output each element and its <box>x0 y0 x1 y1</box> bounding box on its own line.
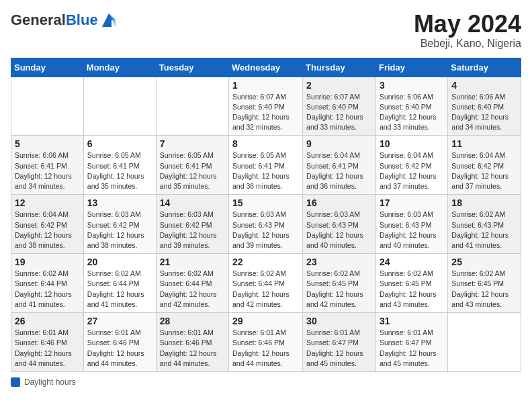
day-number: 7 <box>160 138 225 149</box>
day-info: Sunrise: 6:03 AM Sunset: 6:42 PM Dayligh… <box>87 210 152 250</box>
calendar-cell: 3Sunrise: 6:06 AM Sunset: 6:40 PM Daylig… <box>375 77 447 136</box>
col-header-wednesday: Wednesday <box>229 58 303 77</box>
day-info: Sunrise: 6:01 AM Sunset: 6:47 PM Dayligh… <box>380 328 444 369</box>
calendar-week-row: 19Sunrise: 6:02 AM Sunset: 6:44 PM Dayli… <box>11 254 521 313</box>
day-number: 18 <box>451 197 517 208</box>
col-header-thursday: Thursday <box>303 58 376 77</box>
day-number: 25 <box>451 257 517 267</box>
calendar-cell: 8Sunrise: 6:05 AM Sunset: 6:41 PM Daylig… <box>229 136 303 195</box>
calendar-cell: 6Sunrise: 6:05 AM Sunset: 6:41 PM Daylig… <box>83 136 156 195</box>
calendar-cell: 25Sunrise: 6:02 AM Sunset: 6:45 PM Dayli… <box>448 254 521 313</box>
logo-blue-text: Blue <box>66 11 98 28</box>
day-number: 27 <box>87 316 152 326</box>
day-info: Sunrise: 6:07 AM Sunset: 6:40 PM Dayligh… <box>306 92 372 133</box>
calendar-cell: 26Sunrise: 6:01 AM Sunset: 6:46 PM Dayli… <box>11 313 84 372</box>
day-info: Sunrise: 6:04 AM Sunset: 6:42 PM Dayligh… <box>15 210 80 250</box>
calendar-cell: 11Sunrise: 6:04 AM Sunset: 6:42 PM Dayli… <box>448 136 521 195</box>
day-number: 15 <box>232 197 299 208</box>
day-number: 4 <box>451 80 517 91</box>
logo-general-text: General <box>11 11 66 28</box>
day-number: 21 <box>160 257 225 267</box>
day-number: 31 <box>380 316 444 326</box>
calendar-cell: 20Sunrise: 6:02 AM Sunset: 6:44 PM Dayli… <box>83 254 156 313</box>
calendar-week-row: 12Sunrise: 6:04 AM Sunset: 6:42 PM Dayli… <box>11 195 521 254</box>
day-info: Sunrise: 6:02 AM Sunset: 6:45 PM Dayligh… <box>306 269 372 310</box>
calendar-table: SundayMondayTuesdayWednesdayThursdayFrid… <box>11 58 521 372</box>
month-year-title: May 2024 <box>414 11 521 38</box>
calendar-cell: 13Sunrise: 6:03 AM Sunset: 6:42 PM Dayli… <box>83 195 156 254</box>
day-info: Sunrise: 6:01 AM Sunset: 6:46 PM Dayligh… <box>15 328 80 369</box>
calendar-cell: 14Sunrise: 6:03 AM Sunset: 6:42 PM Dayli… <box>156 195 228 254</box>
day-number: 2 <box>306 80 372 91</box>
calendar-cell: 10Sunrise: 6:04 AM Sunset: 6:42 PM Dayli… <box>375 136 447 195</box>
col-header-friday: Friday <box>375 58 447 77</box>
day-info: Sunrise: 6:02 AM Sunset: 6:44 PM Dayligh… <box>232 269 299 310</box>
day-number: 3 <box>380 80 444 91</box>
day-number: 1 <box>232 80 299 91</box>
day-info: Sunrise: 6:03 AM Sunset: 6:43 PM Dayligh… <box>380 210 444 250</box>
calendar-cell: 9Sunrise: 6:04 AM Sunset: 6:41 PM Daylig… <box>303 136 376 195</box>
footer-label: Daylight hours <box>24 377 76 387</box>
day-info: Sunrise: 6:01 AM Sunset: 6:47 PM Dayligh… <box>306 328 372 369</box>
calendar-cell: 15Sunrise: 6:03 AM Sunset: 6:43 PM Dayli… <box>229 195 303 254</box>
day-number: 9 <box>306 138 372 149</box>
calendar-week-row: 1Sunrise: 6:07 AM Sunset: 6:40 PM Daylig… <box>11 77 521 136</box>
col-header-saturday: Saturday <box>448 58 521 77</box>
col-header-monday: Monday <box>83 58 156 77</box>
day-number: 20 <box>87 257 152 267</box>
day-info: Sunrise: 6:05 AM Sunset: 6:41 PM Dayligh… <box>87 150 152 191</box>
calendar-week-row: 26Sunrise: 6:01 AM Sunset: 6:46 PM Dayli… <box>11 313 521 372</box>
day-number: 26 <box>15 316 80 326</box>
footer-dot-icon <box>11 377 20 387</box>
col-header-sunday: Sunday <box>11 58 84 77</box>
calendar-cell: 7Sunrise: 6:05 AM Sunset: 6:41 PM Daylig… <box>156 136 228 195</box>
day-number: 5 <box>15 138 80 149</box>
day-number: 23 <box>306 257 372 267</box>
location-subtitle: Bebeji, Kano, Nigeria <box>414 38 521 50</box>
col-header-tuesday: Tuesday <box>156 58 228 77</box>
day-info: Sunrise: 6:05 AM Sunset: 6:41 PM Dayligh… <box>160 150 225 191</box>
day-info: Sunrise: 6:01 AM Sunset: 6:46 PM Dayligh… <box>232 328 299 369</box>
day-info: Sunrise: 6:01 AM Sunset: 6:46 PM Dayligh… <box>87 328 152 369</box>
calendar-header-row: SundayMondayTuesdayWednesdayThursdayFrid… <box>11 58 521 77</box>
calendar-cell: 4Sunrise: 6:06 AM Sunset: 6:40 PM Daylig… <box>448 77 521 136</box>
page-header: GeneralBlue May 2024 Bebeji, Kano, Niger… <box>11 11 521 50</box>
calendar-cell: 16Sunrise: 6:03 AM Sunset: 6:43 PM Dayli… <box>303 195 376 254</box>
day-number: 17 <box>380 197 444 208</box>
day-info: Sunrise: 6:04 AM Sunset: 6:42 PM Dayligh… <box>380 150 444 191</box>
day-info: Sunrise: 6:05 AM Sunset: 6:41 PM Dayligh… <box>232 150 299 191</box>
day-number: 19 <box>15 257 80 267</box>
day-number: 8 <box>232 138 299 149</box>
day-number: 13 <box>87 197 152 208</box>
calendar-cell <box>11 77 84 136</box>
day-info: Sunrise: 6:02 AM Sunset: 6:45 PM Dayligh… <box>451 269 517 310</box>
calendar-cell: 1Sunrise: 6:07 AM Sunset: 6:40 PM Daylig… <box>229 77 303 136</box>
calendar-cell: 29Sunrise: 6:01 AM Sunset: 6:46 PM Dayli… <box>229 313 303 372</box>
calendar-cell: 12Sunrise: 6:04 AM Sunset: 6:42 PM Dayli… <box>11 195 84 254</box>
calendar-cell: 18Sunrise: 6:02 AM Sunset: 6:43 PM Dayli… <box>448 195 521 254</box>
footer: Daylight hours <box>11 377 521 387</box>
day-info: Sunrise: 6:07 AM Sunset: 6:40 PM Dayligh… <box>232 92 299 133</box>
calendar-cell: 2Sunrise: 6:07 AM Sunset: 6:40 PM Daylig… <box>303 77 376 136</box>
day-info: Sunrise: 6:02 AM Sunset: 6:44 PM Dayligh… <box>15 269 80 310</box>
day-info: Sunrise: 6:06 AM Sunset: 6:40 PM Dayligh… <box>451 92 517 133</box>
calendar-cell <box>83 77 156 136</box>
day-info: Sunrise: 6:03 AM Sunset: 6:43 PM Dayligh… <box>232 210 299 250</box>
calendar-cell: 28Sunrise: 6:01 AM Sunset: 6:46 PM Dayli… <box>156 313 228 372</box>
day-info: Sunrise: 6:02 AM Sunset: 6:43 PM Dayligh… <box>451 210 517 250</box>
day-info: Sunrise: 6:02 AM Sunset: 6:44 PM Dayligh… <box>87 269 152 310</box>
day-info: Sunrise: 6:04 AM Sunset: 6:41 PM Dayligh… <box>306 150 372 191</box>
title-block: May 2024 Bebeji, Kano, Nigeria <box>414 11 521 50</box>
day-number: 16 <box>306 197 372 208</box>
day-number: 22 <box>232 257 299 267</box>
logo: GeneralBlue <box>11 11 118 30</box>
day-number: 28 <box>160 316 225 326</box>
calendar-cell: 27Sunrise: 6:01 AM Sunset: 6:46 PM Dayli… <box>83 313 156 372</box>
calendar-cell: 31Sunrise: 6:01 AM Sunset: 6:47 PM Dayli… <box>375 313 447 372</box>
calendar-cell: 17Sunrise: 6:03 AM Sunset: 6:43 PM Dayli… <box>375 195 447 254</box>
calendar-cell: 24Sunrise: 6:02 AM Sunset: 6:45 PM Dayli… <box>375 254 447 313</box>
day-number: 14 <box>160 197 225 208</box>
calendar-cell: 5Sunrise: 6:06 AM Sunset: 6:41 PM Daylig… <box>11 136 84 195</box>
day-info: Sunrise: 6:06 AM Sunset: 6:40 PM Dayligh… <box>380 92 444 133</box>
day-number: 11 <box>451 138 517 149</box>
